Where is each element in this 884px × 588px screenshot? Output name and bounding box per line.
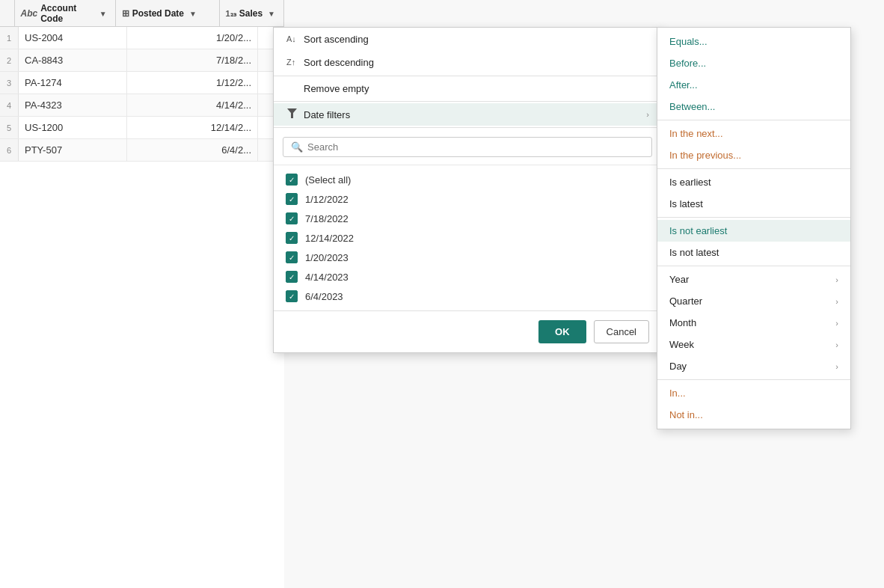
submenu-label-not-in: Not in... (669, 409, 703, 420)
checkbox-date-3[interactable]: ✓ 12/14/2022 (283, 228, 652, 248)
submenu-item-is-not-earliest[interactable]: Is not earliest (657, 220, 850, 242)
submenu-item-in[interactable]: In... (657, 382, 850, 404)
submenu-label-after: After... (669, 79, 698, 91)
checkbox-date-5[interactable]: ✓ 4/14/2023 (283, 267, 652, 287)
submenu-item-equals[interactable]: Equals... (657, 31, 850, 52)
submenu-item-day[interactable]: Day › (657, 355, 850, 377)
cell-account: CA-8843 (19, 49, 127, 71)
table-row: 2 CA-8843 7/18/2... (0, 49, 284, 72)
submenu-item-quarter[interactable]: Quarter › (657, 290, 850, 312)
cell-account: US-2004 (19, 27, 127, 49)
menu-item-remove-empty[interactable]: Remove empty (274, 78, 661, 99)
menu-label-sort-desc: Sort descending (304, 57, 374, 68)
table-row: 5 US-1200 12/14/2... (0, 117, 284, 139)
submenu-divider-3 (657, 217, 850, 218)
svg-text:Z↑: Z↑ (286, 58, 295, 67)
submenu-label-before: Before... (669, 58, 706, 69)
submenu-item-is-not-latest[interactable]: Is not latest (657, 242, 850, 263)
table-body: 1 US-2004 1/20/2... 2 CA-8843 7/18/2... … (0, 27, 284, 162)
checkbox-icon-date-4: ✓ (286, 251, 298, 263)
cell-account: PA-1274 (19, 72, 127, 94)
col-account-dropdown[interactable]: ▼ (97, 9, 109, 19)
col-posted-label: Posted Date (132, 8, 184, 19)
checkbox-icon-date-3: ✓ (286, 232, 298, 244)
ok-button[interactable]: OK (538, 320, 586, 343)
chevron-right-icon: › (646, 110, 649, 119)
col-posted-icon: ⊞ (122, 8, 129, 19)
date-filters-submenu: Equals... Before... After... Between... … (657, 27, 851, 429)
cell-account: US-1200 (19, 117, 127, 138)
search-input[interactable] (307, 141, 644, 153)
chevron-right-week: › (835, 340, 838, 349)
col-sales-dropdown[interactable]: ▼ (265, 9, 277, 19)
submenu-divider-4 (657, 266, 850, 266)
menu-item-sort-asc[interactable]: A↓ Sort ascending (274, 28, 661, 51)
submenu-item-month[interactable]: Month › (657, 312, 850, 334)
checkbox-date-2[interactable]: ✓ 7/18/2022 (283, 209, 652, 228)
col-posted-header: ⊞ Posted Date ▼ (116, 0, 220, 27)
col-sales-header: 1₂₃ Sales ▼ (220, 0, 284, 27)
checkbox-icon-select-all: ✓ (286, 174, 298, 186)
filter-icon (286, 108, 298, 120)
checkbox-select-all[interactable]: ✓ (Select all) (283, 170, 652, 189)
cell-date: 1/12/2... (127, 72, 258, 94)
chevron-right-quarter: › (835, 297, 838, 306)
search-box: 🔍 (283, 137, 652, 157)
dropdown-menu: A↓ Sort ascending Z↑ Sort descending Rem… (273, 27, 662, 353)
row-num: 6 (0, 139, 19, 161)
sort-desc-icon: Z↑ (286, 56, 298, 69)
search-container: 🔍 (274, 129, 661, 165)
cancel-button[interactable]: Cancel (594, 320, 649, 343)
chevron-right-month: › (835, 319, 838, 328)
submenu-item-in-prev[interactable]: In the previous... (657, 144, 850, 166)
checkbox-label-select-all: (Select all) (305, 174, 351, 186)
row-num: 5 (0, 117, 19, 138)
table-row: 3 PA-1274 1/12/2... (0, 72, 284, 94)
submenu-item-before[interactable]: Before... (657, 52, 850, 74)
checkbox-label-date-6: 6/4/2023 (305, 291, 343, 302)
submenu-item-week[interactable]: Week › (657, 334, 850, 355)
svg-marker-2 (287, 108, 297, 118)
chevron-right-day: › (835, 362, 838, 371)
menu-item-sort-desc[interactable]: Z↑ Sort descending (274, 51, 661, 74)
submenu-divider-2 (657, 168, 850, 169)
checkbox-icon-date-1: ✓ (286, 193, 298, 205)
submenu-item-between[interactable]: Between... (657, 96, 850, 117)
submenu-item-year[interactable]: Year › (657, 269, 850, 290)
submenu-item-after[interactable]: After... (657, 74, 850, 96)
submenu-label-between: Between... (669, 101, 715, 112)
submenu-label-is-latest: Is latest (669, 198, 703, 209)
submenu-item-not-in[interactable]: Not in... (657, 404, 850, 426)
submenu-label-is-not-earliest: Is not earliest (669, 225, 727, 236)
cell-account: PTY-507 (19, 139, 127, 161)
submenu-label-in-next: In the next... (669, 128, 723, 139)
action-buttons: OK Cancel (274, 310, 661, 352)
col-sales-icon: 1₂₃ (226, 9, 236, 19)
col-posted-dropdown[interactable]: ▼ (187, 9, 199, 19)
submenu-divider-1 (657, 120, 850, 120)
submenu-item-is-earliest[interactable]: Is earliest (657, 171, 850, 193)
checkbox-label-date-2: 7/18/2022 (305, 213, 349, 224)
checkbox-label-date-3: 12/14/2022 (305, 233, 354, 244)
search-icon: 🔍 (291, 141, 303, 153)
checkbox-list: ✓ (Select all) ✓ 1/12/2022 ✓ 7/18/2022 ✓… (274, 165, 661, 310)
submenu-item-in-next[interactable]: In the next... (657, 123, 850, 144)
svg-text:A↓: A↓ (286, 34, 296, 43)
checkbox-date-6[interactable]: ✓ 6/4/2023 (283, 287, 652, 306)
checkbox-date-4[interactable]: ✓ 1/20/2023 (283, 248, 652, 267)
sort-asc-icon: A↓ (286, 33, 298, 46)
menu-item-date-filters[interactable]: Date filters › (274, 103, 661, 126)
row-num: 4 (0, 94, 19, 116)
menu-label-date-filters: Date filters (304, 109, 350, 120)
table-row: 6 PTY-507 6/4/2... (0, 139, 284, 162)
row-num-header (0, 0, 15, 26)
submenu-label-week: Week (669, 339, 694, 350)
table-area: Abc Account Code ▼ ⊞ Posted Date ▼ 1₂₃ S… (0, 0, 284, 588)
checkbox-label-date-5: 4/14/2023 (305, 272, 349, 283)
submenu-item-is-latest[interactable]: Is latest (657, 193, 850, 215)
submenu-label-day: Day (669, 361, 687, 372)
table-row: 1 US-2004 1/20/2... (0, 27, 284, 49)
submenu-label-equals: Equals... (669, 36, 707, 47)
checkbox-icon-date-6: ✓ (286, 290, 298, 302)
checkbox-date-1[interactable]: ✓ 1/12/2022 (283, 189, 652, 209)
